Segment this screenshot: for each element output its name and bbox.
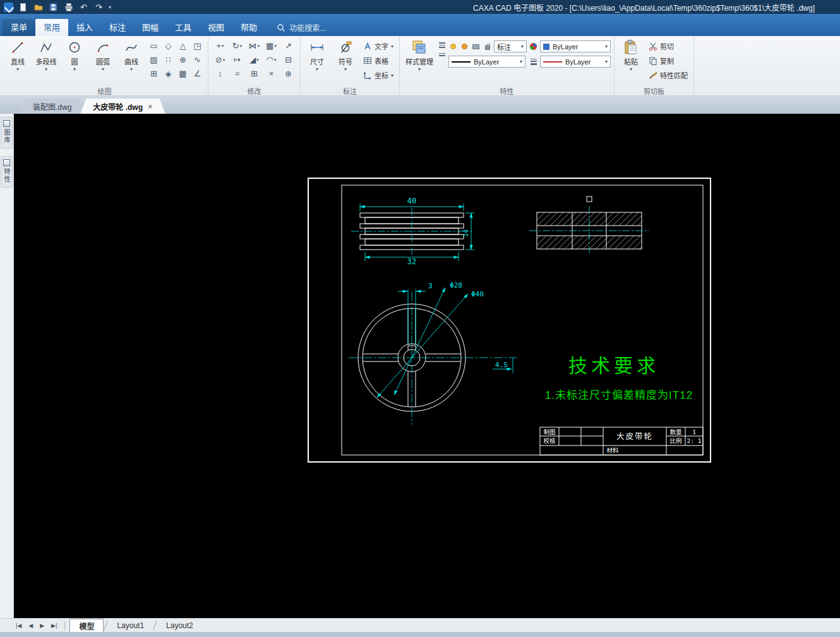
center-rect-tool-icon[interactable]: ◳: [190, 39, 205, 52]
construction-tool-icon[interactable]: ⊕: [176, 52, 190, 66]
prev-tab-button[interactable]: ◀: [25, 622, 36, 629]
coordinate-tool-button[interactable]: 坐标 ▾: [361, 69, 396, 82]
tab-gongju[interactable]: 工具: [167, 19, 200, 36]
library-panel-button[interactable]: 图库: [1, 117, 13, 149]
first-tab-button[interactable]: |◀: [13, 622, 25, 629]
lineweight-combo[interactable]: ByLayer ▾: [540, 56, 611, 68]
save-icon[interactable]: [48, 2, 59, 12]
layer-plot-icon[interactable]: [471, 42, 481, 51]
dim-bottom-width[interactable]: 32: [407, 257, 416, 266]
last-tab-button[interactable]: ▶|: [48, 622, 60, 629]
drawing-canvas[interactable]: 40 32 14: [14, 114, 840, 618]
redo-icon[interactable]: ↷: [93, 2, 104, 12]
arc-tool-button[interactable]: 圆弧 ▾: [90, 37, 116, 82]
spline-tool-button[interactable]: 曲线 ▾: [118, 37, 145, 82]
points-tool-icon[interactable]: ∷: [161, 52, 176, 66]
tech-requirements[interactable]: 技术要求 1.未标注尺寸偏差精度为IT12: [545, 355, 693, 401]
linetype-combo[interactable]: ByLayer ▾: [448, 56, 525, 68]
symbol-tool-button[interactable]: 符号 ▾: [332, 37, 359, 82]
menu-button[interactable]: 菜单: [3, 19, 35, 36]
color-wheel-icon[interactable]: [529, 42, 538, 51]
break-tool-icon[interactable]: ⊟: [280, 52, 297, 66]
extend-tool-icon[interactable]: ↦: [229, 52, 246, 66]
polyline-tool-button[interactable]: 多段线 ▾: [33, 37, 59, 82]
new-file-icon[interactable]: [18, 2, 28, 12]
annotate-stack: 文字 ▾ 表格 坐标 ▾: [361, 40, 396, 82]
hatch-tool-icon[interactable]: ▨: [147, 52, 161, 66]
object-sort-icon[interactable]: [439, 53, 445, 56]
angle-tool-icon[interactable]: ∠: [190, 66, 205, 80]
move-tool-icon[interactable]: +▾: [212, 39, 229, 52]
polygon-tool-icon[interactable]: △: [176, 39, 190, 52]
tab-model[interactable]: 模型: [69, 619, 104, 632]
scale-tool-icon[interactable]: ↗: [280, 39, 297, 52]
text-tool-button[interactable]: 文字 ▾: [361, 40, 396, 52]
style-manager-button[interactable]: 样式管理 ▾: [403, 37, 436, 82]
lineweight-list-icon[interactable]: [529, 57, 538, 66]
offset-tool-icon[interactable]: ≈: [229, 66, 246, 80]
layer-lock-icon[interactable]: [483, 42, 492, 51]
open-file-icon[interactable]: [33, 2, 44, 12]
array-tool-icon[interactable]: ▦▾: [263, 39, 280, 52]
join-tool-icon[interactable]: ⊕: [280, 66, 297, 80]
cut-button[interactable]: 剪切: [646, 40, 690, 52]
delete-tool-icon[interactable]: ×: [263, 66, 280, 80]
insert-block-tool-icon[interactable]: ⊞: [147, 66, 161, 80]
tab-shitu[interactable]: 视图: [200, 19, 232, 36]
properties-panel-button[interactable]: 特性: [1, 156, 13, 188]
tab-charu[interactable]: 插入: [68, 19, 101, 36]
section-view[interactable]: [529, 197, 649, 255]
paste-button[interactable]: 粘贴 ▾: [618, 37, 644, 82]
rectangle-tool-icon[interactable]: ▭: [147, 39, 161, 52]
line-tool-button[interactable]: 直线 ▾: [4, 37, 31, 82]
match-properties-button[interactable]: 特性匹配: [646, 69, 690, 82]
dim-bore-dia[interactable]: Φ28: [450, 281, 462, 289]
side-view[interactable]: 40 32 14: [351, 197, 474, 266]
region-tool-icon[interactable]: ◈: [161, 66, 176, 80]
color-combo[interactable]: ByLayer ▾: [540, 40, 611, 52]
undo-icon[interactable]: ↶: [78, 2, 89, 12]
copy-button[interactable]: 复制: [646, 54, 690, 67]
wave-tool-icon[interactable]: ∿: [190, 52, 205, 66]
close-tab-icon[interactable]: ×: [148, 102, 153, 111]
doc-tab-assembly[interactable]: 装配图.dwg: [20, 99, 84, 114]
rotate-tool-icon[interactable]: ↻▾: [229, 39, 246, 52]
next-tab-button[interactable]: ▶: [37, 622, 47, 629]
mirror-tool-icon[interactable]: ⋈▾: [246, 39, 263, 52]
doc-tab-pulley[interactable]: 大皮带轮 .dwg ×: [80, 99, 165, 114]
dim-key-depth[interactable]: 4.5: [495, 361, 508, 369]
grid-tool-icon[interactable]: ▦: [176, 66, 190, 80]
dropdown-caret-icon: ▾: [130, 67, 133, 71]
tab-layout2[interactable]: Layout2: [157, 619, 202, 632]
dimension-tool-button[interactable]: 尺寸 ▾: [304, 37, 330, 82]
table-icon: [363, 56, 372, 65]
dim-hub-dia[interactable]: Φ40: [471, 290, 484, 298]
fillet-tool-icon[interactable]: ◠▾: [263, 52, 280, 66]
dim-style-combo[interactable]: 标注 ▾: [494, 40, 527, 52]
print-icon[interactable]: [63, 2, 74, 12]
function-search[interactable]: 功能搜索...: [277, 19, 326, 36]
tab-bangzhu[interactable]: 帮助: [232, 19, 265, 36]
trim-tool-icon[interactable]: ⊘▾: [212, 52, 229, 66]
dim-side-height[interactable]: 14: [462, 229, 469, 237]
stretch-tool-icon[interactable]: ↕: [212, 66, 229, 80]
circle-tool-button[interactable]: 圆 ▾: [61, 37, 88, 82]
tab-changyong[interactable]: 常用: [35, 19, 68, 36]
dim-key-width[interactable]: 3: [428, 282, 433, 290]
title-block[interactable]: 制图 校核 数量 1 比例 2: 1 材料 大皮带轮: [540, 427, 703, 455]
table-tool-button[interactable]: 表格: [361, 54, 396, 67]
pattern-tool-icon[interactable]: ⊞: [246, 66, 263, 80]
combo-caret-icon: ▾: [605, 44, 608, 49]
dim-top-width[interactable]: 40: [407, 197, 416, 205]
text-icon: [363, 42, 372, 51]
front-view[interactable]: 3 Φ28 Φ40 4.5: [349, 281, 517, 425]
layer-brightness-icon[interactable]: [460, 42, 469, 51]
quick-access-caret-icon[interactable]: ▾: [109, 4, 111, 10]
tab-biaozhu[interactable]: 标注: [101, 19, 134, 36]
layer-list-icon[interactable]: [439, 42, 445, 48]
ellipse-tool-icon[interactable]: ◇: [161, 39, 176, 52]
layer-on-icon[interactable]: [448, 42, 458, 51]
tab-layout1[interactable]: Layout1: [108, 619, 153, 632]
chamfer-tool-icon[interactable]: ◢▾: [246, 52, 263, 66]
tab-tufu[interactable]: 图幅: [134, 19, 167, 36]
